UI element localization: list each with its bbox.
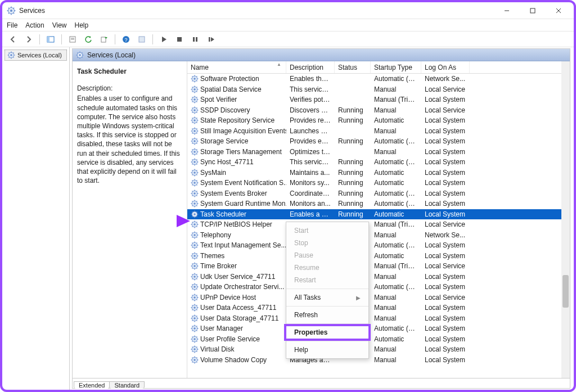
- service-row[interactable]: Sync Host_47711This service ...RunningAu…: [187, 157, 570, 168]
- gear-icon: [7, 51, 15, 59]
- show-hide-tree-button[interactable]: [44, 33, 57, 46]
- menu-view[interactable]: View: [52, 21, 67, 29]
- second-help-button[interactable]: [136, 33, 148, 46]
- service-row[interactable]: Storage ServiceProvides ena...RunningAut…: [187, 136, 570, 147]
- service-row[interactable]: System Guard Runtime Mon...Monitors an..…: [187, 199, 570, 209]
- service-row[interactable]: Volume Shadow CopyManages an...ManualLoc…: [187, 355, 570, 366]
- service-row[interactable]: User ManagergAutomatic (Tri...Local Syst…: [187, 323, 570, 334]
- service-row[interactable]: Task SchedulerEnables a us...RunningAuto…: [187, 209, 570, 220]
- detail-description-label: Description:: [77, 84, 182, 93]
- content-header: Services (Local): [73, 49, 570, 61]
- ctx-start: Start: [286, 224, 368, 237]
- minimize-button[interactable]: [494, 2, 520, 19]
- service-row[interactable]: State Repository ServiceProvides req...R…: [187, 115, 570, 126]
- tree-root-services-local[interactable]: Services (Local): [4, 49, 67, 61]
- help-toolbar-button[interactable]: ?: [120, 33, 132, 46]
- sort-asc-icon: ▲: [277, 62, 281, 67]
- ctx-help[interactable]: Help: [286, 344, 368, 356]
- service-row[interactable]: System Events BrokerCoordinates ...Runni…: [187, 188, 570, 199]
- maximize-button[interactable]: [520, 2, 546, 19]
- service-row[interactable]: User Profile ServicegAutomaticLocal Syst…: [187, 334, 570, 345]
- close-button[interactable]: [546, 2, 572, 19]
- service-row[interactable]: Virtual DiskProvides ma...ManualLocal Sy…: [187, 344, 570, 355]
- vertical-scrollbar[interactable]: [561, 61, 570, 378]
- gear-icon: [76, 51, 84, 59]
- detail-description-text: Enables a user to configure and schedule…: [77, 94, 182, 185]
- back-button[interactable]: [7, 33, 19, 46]
- content-header-title: Services (Local): [87, 51, 136, 59]
- export-toolbar-button[interactable]: [98, 33, 110, 46]
- svg-rect-11: [530, 8, 535, 13]
- service-row[interactable]: SSDP DiscoveryDiscovers ne...RunningManu…: [187, 105, 570, 116]
- service-row[interactable]: Spatial Data ServiceThis service i...Man…: [187, 84, 570, 95]
- ctx-pause: Pause: [286, 249, 368, 262]
- restart-service-button[interactable]: [205, 33, 217, 46]
- svg-rect-23: [177, 37, 182, 42]
- service-row[interactable]: Udk User Service_47711gManualLocal Syste…: [187, 272, 570, 282]
- app-gear-icon: [7, 6, 16, 15]
- context-menu: Start Stop Pause Resume Restart All Task…: [286, 222, 369, 359]
- start-service-button[interactable]: [158, 33, 170, 46]
- service-row[interactable]: SysMainMaintains a...RunningAutomaticLoc…: [187, 168, 570, 178]
- svg-rect-15: [47, 37, 50, 42]
- service-row[interactable]: ThemesgAutomaticLocal System: [187, 251, 570, 262]
- header-startup-type[interactable]: Startup Type: [371, 61, 421, 73]
- header-description[interactable]: Description: [286, 61, 335, 73]
- menu-action[interactable]: Action: [25, 21, 44, 29]
- service-list: Name▲ Description Status Startup Type Lo…: [187, 61, 570, 378]
- header-name[interactable]: Name▲: [187, 61, 286, 73]
- svg-rect-24: [193, 37, 195, 42]
- forward-button[interactable]: [22, 33, 35, 46]
- ctx-stop[interactable]: Stop: [286, 237, 368, 249]
- view-tabs: Extended Standard: [73, 378, 570, 388]
- window-titlebar: Services: [2, 2, 574, 19]
- service-row[interactable]: User Data Storage_47711gManualLocal Syst…: [187, 313, 570, 324]
- detail-service-name: Task Scheduler: [77, 67, 182, 76]
- ctx-properties[interactable]: Properties: [286, 326, 368, 339]
- ctx-restart[interactable]: Restart: [286, 274, 368, 286]
- service-row[interactable]: Time BrokergManual (Trigg...Local Servic…: [187, 261, 570, 272]
- service-row[interactable]: UPnP Device HostManualLocal Service: [187, 292, 570, 303]
- service-row[interactable]: TelephonyManualNetwork Se...: [187, 230, 570, 241]
- tab-extended[interactable]: Extended: [74, 381, 110, 389]
- svg-rect-19: [101, 37, 106, 42]
- tree-pane: Services (Local): [2, 47, 70, 390]
- header-log-on-as[interactable]: Log On As: [421, 61, 470, 73]
- menubar: File Action View Help: [2, 19, 574, 31]
- service-row[interactable]: TCP/IP NetBIOS HelpergManual (Trigg...Lo…: [187, 219, 570, 230]
- tree-root-label: Services (Local): [17, 52, 62, 58]
- service-row[interactable]: Text Input Management Se...gAutomatic (T…: [187, 240, 570, 251]
- column-headers: Name▲ Description Status Startup Type Lo…: [187, 61, 570, 74]
- menu-file[interactable]: File: [7, 21, 17, 29]
- stop-service-button[interactable]: [173, 33, 186, 46]
- svg-rect-22: [139, 37, 145, 42]
- refresh-toolbar-button[interactable]: [82, 33, 94, 46]
- svg-text:?: ?: [124, 37, 127, 42]
- window-title: Services: [19, 7, 45, 15]
- properties-toolbar-button[interactable]: [66, 33, 79, 46]
- service-row[interactable]: System Event Notification S...Monitors s…: [187, 178, 570, 188]
- ctx-all-tasks[interactable]: All Tasks▶: [286, 291, 368, 304]
- service-row[interactable]: Still Image Acquisition EventsLaunches a…: [187, 126, 570, 137]
- service-row[interactable]: User Data Access_47711gManualLocal Syste…: [187, 303, 570, 313]
- service-row[interactable]: Software ProtectionEnables the ...Automa…: [187, 74, 570, 84]
- menu-help[interactable]: Help: [75, 21, 89, 29]
- service-row[interactable]: Spot VerifierVerifies pote...Manual (Tri…: [187, 94, 570, 105]
- ctx-refresh[interactable]: Refresh: [286, 309, 368, 321]
- svg-rect-26: [209, 37, 210, 42]
- tab-standard[interactable]: Standard: [109, 381, 145, 389]
- svg-rect-25: [196, 37, 197, 42]
- service-row[interactable]: Update Orchestrator Servi...gAutomatic (…: [187, 282, 570, 292]
- pause-service-button[interactable]: [189, 33, 201, 46]
- ctx-resume: Resume: [286, 262, 368, 274]
- service-row[interactable]: Storage Tiers ManagementOptimizes th...M…: [187, 147, 570, 157]
- chevron-right-icon: ▶: [356, 295, 361, 301]
- toolbar: ?: [2, 31, 574, 47]
- header-status[interactable]: Status: [335, 61, 371, 73]
- detail-pane: Task Scheduler Description: Enables a us…: [73, 61, 187, 378]
